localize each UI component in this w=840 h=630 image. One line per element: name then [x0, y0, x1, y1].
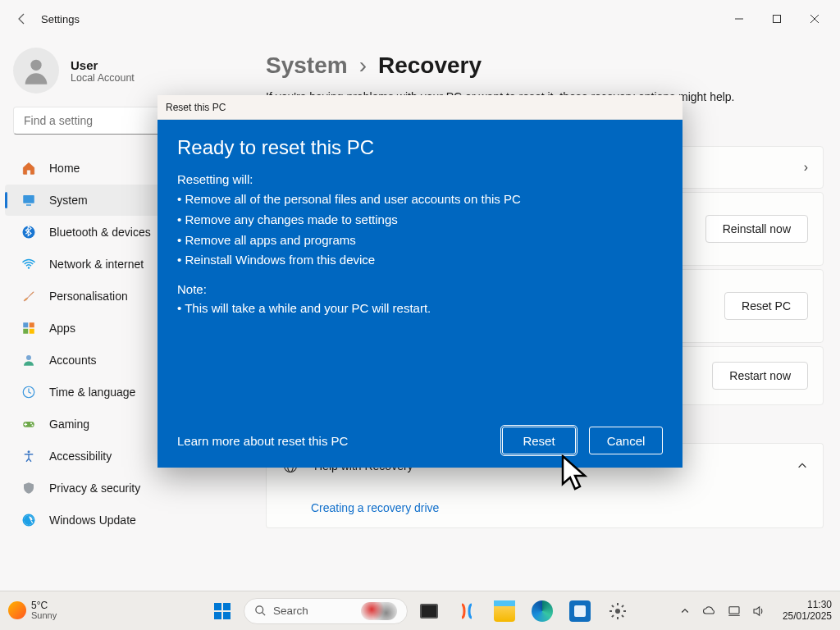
volume-icon[interactable]: [751, 604, 766, 619]
taskbar-center: Search: [206, 595, 634, 628]
nav-item-label: Apps: [49, 322, 75, 335]
weather-condition: Sunny: [31, 611, 57, 621]
taskbar-search[interactable]: Search: [244, 598, 408, 624]
start-button[interactable]: [206, 595, 239, 628]
clock-time: 11:30: [807, 600, 832, 610]
restart-now-button[interactable]: Restart now: [712, 362, 808, 390]
explorer-button[interactable]: [488, 595, 521, 628]
nav-item-label: Home: [49, 162, 80, 175]
note-bullet-list: • This will take a while and your PC wil…: [177, 299, 663, 319]
account-type: Local Account: [71, 72, 135, 84]
svg-rect-7: [23, 322, 28, 327]
nav-item-label: Gaming: [49, 418, 89, 431]
svg-rect-28: [729, 606, 739, 613]
reset-pc-button[interactable]: Reset PC: [724, 292, 808, 320]
chevron-right-icon: ›: [804, 160, 808, 175]
reinstall-now-button[interactable]: Reinstall now: [705, 215, 808, 243]
nav-item-privacy-security[interactable]: Privacy & security: [5, 472, 249, 504]
gamepad-icon: [21, 417, 36, 431]
svg-point-16: [28, 450, 30, 453]
svg-rect-10: [30, 329, 34, 334]
chevron-up-icon: [797, 460, 808, 472]
search-icon: [254, 605, 267, 617]
link-recovery-drive[interactable]: Creating a recovery drive: [267, 488, 455, 527]
breadcrumb-current: Recovery: [378, 52, 482, 79]
window-title: Settings: [41, 13, 80, 25]
onedrive-icon[interactable]: [702, 604, 717, 619]
dialog-title: Reset this PC: [158, 95, 682, 120]
minimize-button[interactable]: [720, 6, 758, 32]
store-button[interactable]: [564, 595, 596, 628]
svg-rect-3: [23, 195, 34, 203]
settings-app-button[interactable]: [601, 595, 634, 628]
nav-item-label: Time & language: [49, 386, 135, 399]
svg-rect-22: [223, 603, 231, 610]
svg-point-2: [30, 60, 41, 71]
resetting-will-label: Resetting will:: [177, 172, 663, 186]
nav-item-label: Bluetooth & devices: [49, 226, 151, 239]
svg-point-14: [30, 422, 32, 424]
reset-pc-dialog: Reset this PC Ready to reset this PC Res…: [158, 95, 682, 468]
learn-more-link[interactable]: Learn more about reset this PC: [177, 434, 348, 448]
brush-icon: [21, 289, 36, 304]
nav-item-label: Windows Update: [49, 514, 136, 527]
nav-item-label: Accounts: [49, 354, 97, 367]
svg-rect-24: [223, 612, 231, 619]
svg-rect-9: [23, 329, 28, 334]
svg-point-15: [32, 425, 34, 427]
clock-date: 25/01/2025: [783, 611, 832, 622]
weather-icon: [8, 601, 26, 619]
dialog-heading: Ready to reset this PC: [177, 136, 663, 159]
note-bullet: • This will take a while and your PC wil…: [177, 299, 663, 319]
nav-item-windows-update[interactable]: Windows Update: [5, 504, 249, 536]
breadcrumb: System › Recovery: [266, 52, 824, 79]
reset-button[interactable]: Reset: [502, 427, 576, 454]
breadcrumb-parent[interactable]: System: [266, 52, 348, 79]
task-view-button[interactable]: [413, 595, 445, 628]
accessibility-icon: [21, 449, 36, 463]
bluetooth-icon: [21, 225, 36, 240]
copilot-button[interactable]: [450, 595, 483, 628]
svg-rect-8: [30, 322, 34, 327]
svg-line-26: [262, 612, 265, 615]
taskbar: 5°C Sunny Search 11:30 25/01/2025: [0, 591, 840, 630]
edge-button[interactable]: [526, 595, 559, 628]
titlebar: Settings: [0, 0, 840, 38]
network-icon[interactable]: [727, 604, 742, 619]
taskbar-clock[interactable]: 11:30 25/01/2025: [776, 600, 832, 621]
note-label: Note:: [177, 282, 663, 296]
reset-bullet: • Remove all of the personal files and u…: [177, 189, 663, 210]
svg-rect-21: [214, 603, 221, 610]
svg-point-6: [28, 267, 30, 268]
cancel-button[interactable]: Cancel: [589, 427, 663, 454]
nav-item-label: Network & internet: [49, 258, 144, 271]
globe-clock-icon: [21, 385, 36, 399]
dialog-body: Ready to reset this PC Resetting will: •…: [158, 120, 682, 468]
home-icon: [21, 161, 36, 176]
taskbar-tray: 11:30 25/01/2025: [678, 600, 840, 621]
system-icon: [21, 193, 36, 208]
reset-bullet: • Remove any changes made to settings: [177, 210, 663, 231]
shield-icon: [21, 481, 36, 495]
chevron-right-icon: ›: [359, 52, 367, 79]
svg-point-25: [256, 606, 263, 614]
apps-icon: [21, 321, 36, 336]
svg-rect-1: [774, 16, 781, 23]
reset-bullet: • Reinstall Windows from this device: [177, 250, 663, 271]
nav-item-label: Accessibility: [49, 450, 112, 463]
search-highlight-icon: [361, 602, 397, 620]
avatar: [13, 48, 59, 94]
tray-overflow-icon[interactable]: [678, 604, 692, 619]
maximize-button[interactable]: [758, 6, 796, 32]
wifi-icon: [21, 257, 36, 272]
back-button[interactable]: [7, 3, 38, 34]
close-button[interactable]: [796, 6, 833, 32]
svg-rect-23: [214, 612, 221, 619]
svg-point-27: [615, 609, 620, 614]
svg-rect-4: [26, 204, 31, 206]
person-icon: [21, 353, 36, 368]
nav-item-label: Personalisation: [49, 290, 128, 303]
taskbar-weather[interactable]: 5°C Sunny: [0, 600, 65, 620]
settings-window: Settings User Local Account HomeSystemBl…: [0, 0, 840, 591]
update-icon: [21, 513, 36, 527]
